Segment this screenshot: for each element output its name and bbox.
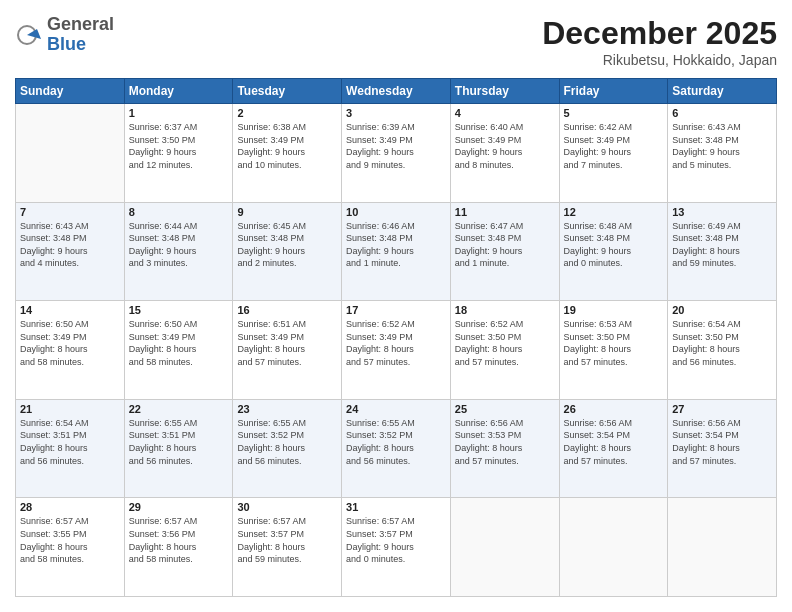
day-info-line: Daylight: 8 hours — [237, 343, 337, 356]
day-number: 1 — [129, 107, 229, 119]
day-info-line: and 57 minutes. — [564, 455, 664, 468]
day-info-line: Daylight: 8 hours — [129, 442, 229, 455]
calendar-cell — [450, 498, 559, 597]
day-info-line: Daylight: 9 hours — [455, 146, 555, 159]
day-info-line: Sunrise: 6:57 AM — [346, 515, 446, 528]
day-info-line: and 57 minutes. — [564, 356, 664, 369]
day-info-line: Sunrise: 6:54 AM — [20, 417, 120, 430]
day-number: 22 — [129, 403, 229, 415]
calendar-cell: 1Sunrise: 6:37 AMSunset: 3:50 PMDaylight… — [124, 104, 233, 203]
day-info-line: and 57 minutes. — [455, 356, 555, 369]
col-wednesday: Wednesday — [342, 79, 451, 104]
day-info-line: Sunset: 3:54 PM — [672, 429, 772, 442]
day-info-line: Daylight: 9 hours — [564, 146, 664, 159]
day-info-line: and 1 minute. — [455, 257, 555, 270]
col-monday: Monday — [124, 79, 233, 104]
day-info-line: Daylight: 9 hours — [129, 245, 229, 258]
calendar-cell: 29Sunrise: 6:57 AMSunset: 3:56 PMDayligh… — [124, 498, 233, 597]
day-info-line: Sunset: 3:48 PM — [237, 232, 337, 245]
day-info-line: and 7 minutes. — [564, 159, 664, 172]
day-number: 18 — [455, 304, 555, 316]
day-number: 21 — [20, 403, 120, 415]
day-info-line: Daylight: 8 hours — [20, 343, 120, 356]
day-number: 8 — [129, 206, 229, 218]
day-info-line: Sunset: 3:49 PM — [237, 134, 337, 147]
calendar-header-row: Sunday Monday Tuesday Wednesday Thursday… — [16, 79, 777, 104]
day-info-line: Daylight: 8 hours — [672, 343, 772, 356]
day-info-line: Sunrise: 6:57 AM — [20, 515, 120, 528]
day-number: 16 — [237, 304, 337, 316]
day-info-line: Sunset: 3:52 PM — [346, 429, 446, 442]
day-number: 19 — [564, 304, 664, 316]
calendar-cell: 27Sunrise: 6:56 AMSunset: 3:54 PMDayligh… — [668, 399, 777, 498]
day-info-line: Sunrise: 6:48 AM — [564, 220, 664, 233]
day-info-line: Sunrise: 6:42 AM — [564, 121, 664, 134]
day-info-line: Daylight: 9 hours — [346, 146, 446, 159]
day-number: 26 — [564, 403, 664, 415]
calendar-cell: 15Sunrise: 6:50 AMSunset: 3:49 PMDayligh… — [124, 301, 233, 400]
day-number: 30 — [237, 501, 337, 513]
day-info-line: and 10 minutes. — [237, 159, 337, 172]
day-number: 6 — [672, 107, 772, 119]
day-info-line: Sunrise: 6:38 AM — [237, 121, 337, 134]
col-thursday: Thursday — [450, 79, 559, 104]
day-info-line: Sunrise: 6:57 AM — [237, 515, 337, 528]
day-info-line: Sunset: 3:49 PM — [346, 331, 446, 344]
day-info-line: Daylight: 8 hours — [346, 343, 446, 356]
day-info-line: and 58 minutes. — [129, 356, 229, 369]
calendar-cell: 24Sunrise: 6:55 AMSunset: 3:52 PMDayligh… — [342, 399, 451, 498]
day-info-line: Sunset: 3:51 PM — [129, 429, 229, 442]
day-info-line: Daylight: 9 hours — [346, 245, 446, 258]
day-info-line: Sunrise: 6:43 AM — [672, 121, 772, 134]
day-info-line: Sunrise: 6:44 AM — [129, 220, 229, 233]
day-info-line: and 9 minutes. — [346, 159, 446, 172]
day-info-line: Sunrise: 6:57 AM — [129, 515, 229, 528]
day-info-line: Daylight: 9 hours — [672, 146, 772, 159]
day-info-line: Sunrise: 6:37 AM — [129, 121, 229, 134]
day-info-line: Daylight: 8 hours — [455, 442, 555, 455]
calendar-week-row: 14Sunrise: 6:50 AMSunset: 3:49 PMDayligh… — [16, 301, 777, 400]
day-info-line: and 12 minutes. — [129, 159, 229, 172]
day-info-line: Sunset: 3:48 PM — [455, 232, 555, 245]
logo-icon — [15, 21, 43, 49]
day-info-line: Sunrise: 6:47 AM — [455, 220, 555, 233]
calendar-cell: 9Sunrise: 6:45 AMSunset: 3:48 PMDaylight… — [233, 202, 342, 301]
day-info-line: Sunrise: 6:53 AM — [564, 318, 664, 331]
day-info-line: Sunrise: 6:52 AM — [346, 318, 446, 331]
day-info-line: Daylight: 8 hours — [455, 343, 555, 356]
day-number: 27 — [672, 403, 772, 415]
day-info-line: Sunset: 3:50 PM — [672, 331, 772, 344]
day-number: 28 — [20, 501, 120, 513]
day-number: 3 — [346, 107, 446, 119]
day-number: 29 — [129, 501, 229, 513]
calendar-cell: 12Sunrise: 6:48 AMSunset: 3:48 PMDayligh… — [559, 202, 668, 301]
day-info-line: and 57 minutes. — [672, 455, 772, 468]
day-info-line: Sunset: 3:50 PM — [564, 331, 664, 344]
col-friday: Friday — [559, 79, 668, 104]
day-info-line: and 56 minutes. — [237, 455, 337, 468]
calendar-week-row: 1Sunrise: 6:37 AMSunset: 3:50 PMDaylight… — [16, 104, 777, 203]
calendar-cell: 11Sunrise: 6:47 AMSunset: 3:48 PMDayligh… — [450, 202, 559, 301]
calendar-week-row: 7Sunrise: 6:43 AMSunset: 3:48 PMDaylight… — [16, 202, 777, 301]
day-info-line: and 0 minutes. — [564, 257, 664, 270]
day-number: 15 — [129, 304, 229, 316]
day-info-line: Sunrise: 6:46 AM — [346, 220, 446, 233]
day-info-line: and 3 minutes. — [129, 257, 229, 270]
month-title: December 2025 — [542, 15, 777, 52]
day-info-line: Daylight: 8 hours — [237, 541, 337, 554]
day-number: 12 — [564, 206, 664, 218]
logo-text: General Blue — [47, 15, 114, 55]
day-info-line: Sunrise: 6:54 AM — [672, 318, 772, 331]
day-info-line: Sunset: 3:48 PM — [129, 232, 229, 245]
calendar-cell: 3Sunrise: 6:39 AMSunset: 3:49 PMDaylight… — [342, 104, 451, 203]
day-info-line: and 59 minutes. — [237, 553, 337, 566]
day-info-line: Sunset: 3:50 PM — [455, 331, 555, 344]
day-info-line: Sunrise: 6:55 AM — [237, 417, 337, 430]
day-number: 17 — [346, 304, 446, 316]
calendar-cell: 6Sunrise: 6:43 AMSunset: 3:48 PMDaylight… — [668, 104, 777, 203]
calendar-cell — [559, 498, 668, 597]
day-number: 20 — [672, 304, 772, 316]
day-number: 5 — [564, 107, 664, 119]
day-info-line: Sunset: 3:49 PM — [129, 331, 229, 344]
calendar-cell: 16Sunrise: 6:51 AMSunset: 3:49 PMDayligh… — [233, 301, 342, 400]
